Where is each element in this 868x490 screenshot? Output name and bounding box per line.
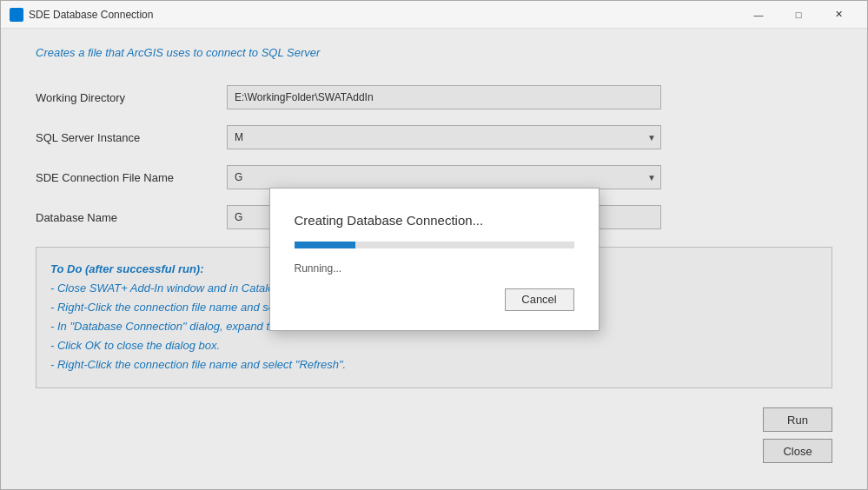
title-bar: SDE Database Connection — □ ✕: [1, 1, 867, 29]
window-title: SDE Database Connection: [29, 9, 739, 21]
main-content: Creates a file that ArcGIS uses to conne…: [1, 29, 867, 489]
dialog-cancel-button[interactable]: Cancel: [505, 288, 574, 311]
window-controls: — □ ✕: [739, 1, 858, 29]
progress-bar-container: [295, 242, 574, 248]
dialog-title: Creating Database Connection...: [295, 213, 574, 228]
close-window-button[interactable]: ✕: [818, 1, 858, 29]
progress-bar-fill: [295, 242, 356, 248]
dialog-buttons: Cancel: [295, 288, 574, 311]
minimize-button[interactable]: —: [739, 1, 779, 29]
progress-dialog: Creating Database Connection... Running.…: [269, 188, 600, 331]
main-window: SDE Database Connection — □ ✕ Creates a …: [0, 0, 868, 490]
maximize-button[interactable]: □: [779, 1, 818, 29]
app-icon: [10, 8, 23, 22]
running-status-text: Running...: [295, 262, 574, 275]
dialog-overlay: Creating Database Connection... Running.…: [1, 29, 867, 489]
